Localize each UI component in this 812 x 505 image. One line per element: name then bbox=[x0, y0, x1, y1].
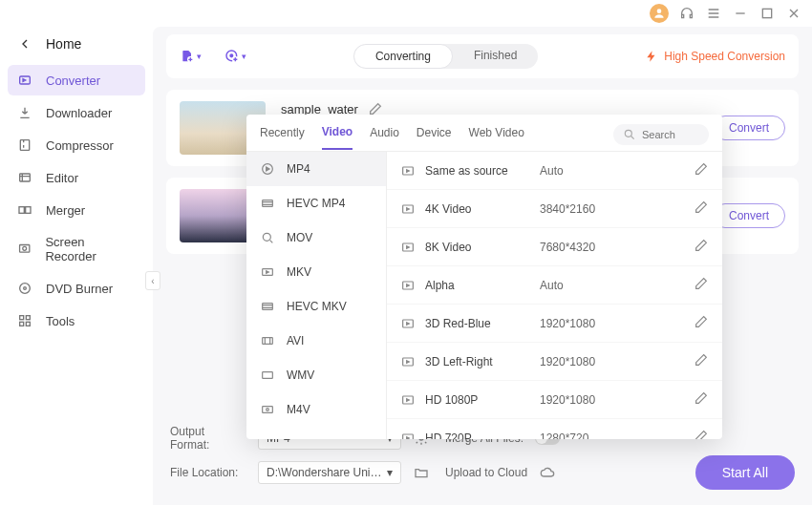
home-link[interactable]: Home bbox=[8, 31, 145, 65]
svg-point-10 bbox=[24, 287, 27, 290]
preset-name: HD 1080P bbox=[425, 393, 540, 407]
preset-name: 3D Red-Blue bbox=[425, 317, 540, 330]
edit-preset-icon[interactable] bbox=[694, 161, 709, 179]
preset-resolution: Auto bbox=[540, 164, 694, 178]
format-wmv[interactable]: WMV bbox=[246, 358, 386, 392]
format-mp4[interactable]: MP4 bbox=[246, 152, 386, 186]
sidebar-item-label: Merger bbox=[46, 203, 85, 218]
play-icon bbox=[400, 278, 425, 293]
preset-row[interactable]: 3D Red-Blue1920*1080 bbox=[387, 305, 722, 343]
svg-rect-11 bbox=[20, 316, 24, 320]
sidebar: Home Converter Downloader Compressor Edi… bbox=[0, 27, 153, 505]
svg-point-0 bbox=[657, 9, 662, 13]
add-dvd-button[interactable]: ▾ bbox=[224, 49, 246, 64]
sidebar-item-merger[interactable]: Merger bbox=[8, 195, 145, 225]
tab-web-video[interactable]: Web Video bbox=[469, 126, 524, 149]
status-segment: Converting Finished bbox=[353, 44, 538, 69]
edit-preset-icon[interactable] bbox=[694, 238, 709, 256]
format-hevc-mp4[interactable]: HEVC MP4 bbox=[246, 186, 386, 221]
svg-point-27 bbox=[263, 233, 270, 241]
svg-rect-4 bbox=[20, 174, 31, 181]
svg-rect-32 bbox=[263, 407, 273, 413]
avatar[interactable] bbox=[650, 4, 669, 23]
format-mkv[interactable]: MKV bbox=[246, 255, 386, 289]
open-folder-icon[interactable] bbox=[413, 464, 430, 481]
edit-preset-icon[interactable] bbox=[694, 390, 709, 409]
file-location-label: File Location: bbox=[170, 466, 246, 479]
convert-button[interactable]: Convert bbox=[713, 203, 785, 228]
sidebar-item-screen-recorder[interactable]: Screen Recorder bbox=[8, 227, 145, 271]
preset-row[interactable]: HD 1080P1920*1080 bbox=[387, 381, 722, 419]
preset-row[interactable]: AlphaAuto bbox=[387, 266, 722, 305]
preset-row[interactable]: HD 720P1280*720 bbox=[387, 419, 722, 439]
preset-resolution: 3840*2160 bbox=[540, 202, 694, 216]
svg-rect-1 bbox=[762, 9, 771, 17]
format-list: MP4 HEVC MP4 MOV MKV HEVC MKV AVI WMV M4… bbox=[246, 152, 387, 439]
sidebar-item-downloader[interactable]: Downloader bbox=[8, 97, 145, 128]
svg-point-9 bbox=[20, 284, 31, 294]
play-icon bbox=[400, 240, 425, 255]
sidebar-item-label: Compressor bbox=[46, 138, 114, 153]
svg-point-17 bbox=[230, 54, 233, 57]
convert-button[interactable]: Convert bbox=[713, 116, 785, 140]
tab-device[interactable]: Device bbox=[417, 126, 452, 149]
panel-tabs: Recently Video Audio Device Web Video bbox=[246, 115, 722, 152]
menu-icon[interactable] bbox=[705, 5, 722, 22]
sidebar-item-dvd-burner[interactable]: DVD Burner bbox=[8, 273, 145, 304]
sidebar-item-label: Converter bbox=[46, 74, 100, 88]
seg-finished[interactable]: Finished bbox=[453, 44, 538, 69]
svg-rect-31 bbox=[263, 372, 273, 379]
search-icon bbox=[623, 128, 636, 141]
maximize-icon[interactable] bbox=[759, 5, 776, 22]
sidebar-item-compressor[interactable]: Compressor bbox=[8, 130, 145, 160]
cloud-icon[interactable] bbox=[539, 464, 556, 481]
sidebar-item-converter[interactable]: Converter bbox=[8, 65, 145, 95]
play-icon bbox=[400, 163, 425, 179]
titlebar bbox=[0, 0, 812, 27]
add-file-button[interactable]: ▾ bbox=[180, 49, 202, 64]
format-panel: Recently Video Audio Device Web Video MP… bbox=[246, 115, 722, 439]
tab-video[interactable]: Video bbox=[322, 125, 353, 150]
sidebar-item-editor[interactable]: Editor bbox=[8, 162, 145, 193]
start-all-button[interactable]: Start All bbox=[695, 455, 795, 490]
sidebar-item-label: Downloader bbox=[46, 106, 112, 120]
preset-list: Same as sourceAuto4K Video3840*21608K Vi… bbox=[387, 152, 722, 439]
edit-preset-icon[interactable] bbox=[694, 200, 709, 218]
tab-recently[interactable]: Recently bbox=[260, 126, 305, 149]
high-speed-conversion-button[interactable]: High Speed Conversion bbox=[645, 50, 785, 63]
close-icon[interactable] bbox=[785, 5, 802, 22]
play-icon bbox=[400, 392, 425, 408]
format-avi[interactable]: AVI bbox=[246, 324, 386, 358]
play-icon bbox=[400, 316, 425, 331]
tab-audio[interactable]: Audio bbox=[370, 126, 399, 149]
svg-point-33 bbox=[267, 409, 269, 411]
format-m4v[interactable]: M4V bbox=[246, 392, 386, 427]
edit-preset-icon[interactable] bbox=[694, 276, 709, 294]
edit-preset-icon[interactable] bbox=[694, 314, 709, 332]
preset-resolution: 1920*1080 bbox=[540, 355, 694, 368]
sidebar-item-tools[interactable]: Tools bbox=[8, 305, 145, 336]
preset-row[interactable]: 8K Video7680*4320 bbox=[387, 228, 722, 266]
preset-resolution: 1280*720 bbox=[540, 431, 694, 440]
svg-rect-5 bbox=[19, 207, 24, 214]
preset-resolution: 7680*4320 bbox=[540, 241, 694, 254]
edit-preset-icon[interactable] bbox=[694, 429, 709, 439]
svg-rect-3 bbox=[20, 140, 29, 151]
format-mov[interactable]: MOV bbox=[246, 221, 386, 255]
upload-cloud-label: Upload to Cloud bbox=[445, 466, 527, 479]
panel-search[interactable] bbox=[613, 124, 709, 145]
preset-row[interactable]: Same as sourceAuto bbox=[387, 152, 722, 190]
format-hevc-mkv[interactable]: HEVC MKV bbox=[246, 289, 386, 324]
minimize-icon[interactable] bbox=[732, 5, 749, 22]
output-format-label: Output Format: bbox=[170, 425, 246, 452]
preset-row[interactable]: 4K Video3840*2160 bbox=[387, 190, 722, 228]
search-input[interactable] bbox=[642, 129, 699, 140]
file-location-select[interactable]: D:\Wondershare UniConverter 1▾ bbox=[258, 461, 401, 484]
preset-name: 8K Video bbox=[425, 241, 540, 254]
play-icon bbox=[400, 431, 425, 440]
headset-icon[interactable] bbox=[678, 5, 695, 22]
seg-converting[interactable]: Converting bbox=[353, 44, 453, 69]
preset-row[interactable]: 3D Left-Right1920*1080 bbox=[387, 343, 722, 381]
edit-preset-icon[interactable] bbox=[694, 352, 709, 370]
collapse-sidebar-button[interactable]: ‹ bbox=[145, 271, 160, 290]
